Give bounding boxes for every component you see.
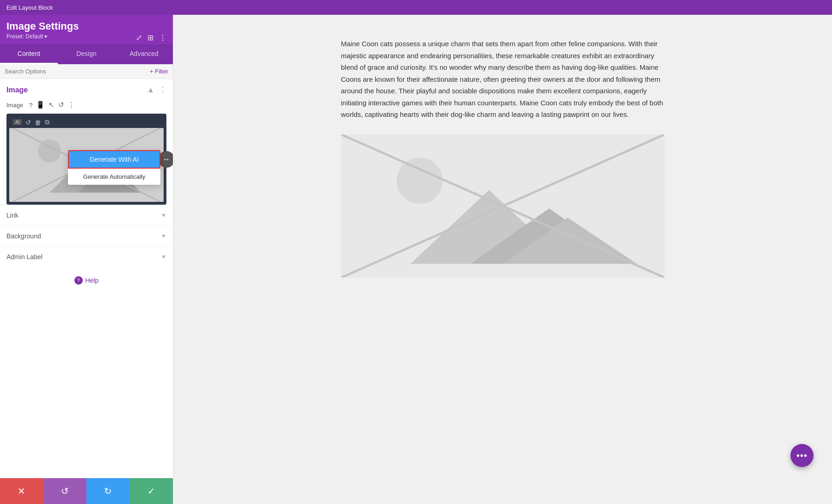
cancel-button[interactable]: ✕ (0, 478, 43, 504)
fab-button[interactable]: ••• (790, 444, 814, 467)
background-section[interactable]: Background ▼ (0, 225, 173, 246)
link-chevron-icon: ▼ (161, 212, 166, 219)
sidebar-header-icons: ⤢ ⊞ ⋮ (136, 33, 166, 42)
section-menu-icon[interactable]: ⋮ (159, 85, 166, 94)
reset-icon[interactable]: ↺ (58, 101, 64, 109)
main-image-placeholder (341, 134, 665, 278)
content-paragraph: Maine Coon cats possess a unique charm t… (341, 38, 665, 121)
image-tools: Image ? 📱 ↖ ↺ ⋮ (0, 99, 173, 114)
link-label: Link (6, 212, 18, 219)
ai-icon[interactable]: AI (13, 119, 22, 125)
filter-button[interactable]: + Filter (150, 68, 168, 75)
delete-img-icon[interactable]: 🗑 (35, 119, 41, 126)
image-label: Image (6, 102, 23, 109)
admin-label-text: Admin Label (6, 253, 43, 261)
generate-automatically-button[interactable]: Generate Automatically (68, 169, 160, 185)
help-icon[interactable]: ? (29, 101, 32, 109)
mobile-icon[interactable]: 📱 (36, 101, 45, 109)
more-options-icon[interactable]: ⋮ (68, 101, 75, 109)
search-input[interactable] (5, 68, 146, 75)
tab-design[interactable]: Design (58, 44, 116, 64)
help-label: Help (86, 277, 99, 284)
section-header-icons: ▲ ⋮ (147, 85, 166, 94)
sidebar-title: Image Settings (6, 20, 166, 32)
help-circle-icon: ? (74, 276, 83, 285)
sidebar-header: Image Settings Preset: Default ▾ ⤢ ⊞ ⋮ (0, 15, 173, 44)
ai-generate-dropdown: Generate With AI Generate Automatically (68, 150, 160, 185)
main-content: Maine Coon cats possess a unique charm t… (173, 15, 832, 504)
columns-icon[interactable]: ⊞ (147, 33, 153, 42)
image-preview[interactable]: Generate With AI Generate Automatically (9, 128, 164, 202)
undo-button[interactable]: ↺ (43, 478, 87, 504)
copy-img-icon[interactable]: ⧉ (45, 118, 49, 126)
svg-point-10 (397, 158, 443, 204)
collapse-up-icon[interactable]: ▲ (147, 86, 154, 94)
more-icon[interactable]: ⋮ (159, 33, 166, 42)
tab-content[interactable]: Content (0, 44, 58, 64)
main-layout: Image Settings Preset: Default ▾ ⤢ ⊞ ⋮ C… (0, 15, 832, 504)
sidebar-tabs: Content Design Advanced (0, 44, 173, 64)
image-placeholder-wrap: AI ↺ 🗑 ⧉ (6, 114, 166, 205)
tab-advanced[interactable]: Advanced (115, 44, 173, 64)
background-label: Background (6, 232, 41, 240)
sidebar: Image Settings Preset: Default ▾ ⤢ ⊞ ⋮ C… (0, 15, 173, 504)
sidebar-content: Image ▲ ⋮ Image ? 📱 ↖ ↺ ⋮ AI ↺ (0, 79, 173, 478)
bottom-bar: ✕ ↺ ↻ ✓ (0, 478, 173, 504)
admin-label-section[interactable]: Admin Label ▼ (0, 246, 173, 267)
image-section-title: Image (6, 86, 28, 94)
sidebar-search: + Filter (0, 64, 173, 79)
redo-button[interactable]: ↻ (86, 478, 130, 504)
background-chevron-icon: ▼ (161, 233, 166, 239)
expand-icon[interactable]: ⤢ (136, 33, 142, 42)
save-button[interactable]: ✓ (130, 478, 173, 504)
link-section[interactable]: Link ▼ (0, 205, 173, 225)
reset-img-icon[interactable]: ↺ (25, 119, 31, 126)
topbar-title: Edit Layout Block (6, 4, 53, 11)
generate-with-ai-button[interactable]: Generate With AI (68, 150, 160, 169)
image-section-header: Image ▲ ⋮ (0, 79, 173, 99)
admin-label-chevron-icon: ▼ (161, 254, 166, 260)
top-bar: Edit Layout Block (0, 0, 832, 15)
help-row[interactable]: ? Help (0, 267, 173, 294)
cursor-icon[interactable]: ↖ (49, 101, 55, 109)
